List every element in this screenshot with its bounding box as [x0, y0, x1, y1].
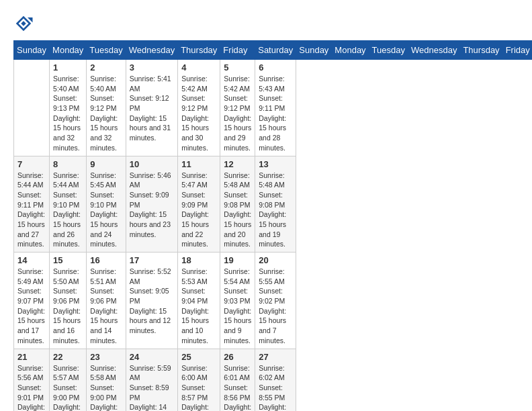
day-info: Sunrise: 5:40 AMSunset: 9:12 PMDaylight:…	[90, 74, 122, 153]
day-info: Sunrise: 5:53 AMSunset: 9:04 PMDaylight:…	[181, 267, 216, 346]
day-info: Sunrise: 6:00 AMSunset: 8:57 PMDaylight:…	[181, 363, 216, 412]
header-wednesday: Wednesday	[126, 41, 177, 60]
day-info: Sunrise: 5:41 AMSunset: 9:12 PMDaylight:…	[130, 74, 174, 143]
day-number: 4	[181, 62, 216, 73]
calendar-cell: 15Sunrise: 5:50 AMSunset: 9:06 PMDayligh…	[50, 253, 87, 349]
day-number: 10	[130, 159, 174, 169]
calendar-cell: 4Sunrise: 5:42 AMSunset: 9:12 PMDaylight…	[178, 60, 220, 156]
day-info: Sunrise: 5:42 AMSunset: 9:12 PMDaylight:…	[224, 74, 251, 153]
week-row-2: 7Sunrise: 5:44 AMSunset: 9:11 PMDaylight…	[14, 156, 533, 253]
day-info: Sunrise: 5:48 AMSunset: 9:08 PMDaylight:…	[224, 171, 251, 250]
day-number: 24	[130, 352, 174, 362]
logo	[13, 13, 36, 34]
day-number: 6	[259, 62, 292, 73]
day-info: Sunrise: 5:44 AMSunset: 9:10 PMDaylight:…	[53, 171, 83, 250]
day-info: Sunrise: 5:46 AMSunset: 9:09 PMDaylight:…	[130, 171, 174, 240]
week-row-4: 21Sunrise: 5:56 AMSunset: 9:01 PMDayligh…	[14, 349, 533, 411]
calendar-cell: 1Sunrise: 5:40 AMSunset: 9:13 PMDaylight…	[50, 60, 87, 156]
day-number: 22	[53, 352, 83, 362]
day-number: 23	[90, 352, 122, 362]
calendar-cell: 3Sunrise: 5:41 AMSunset: 9:12 PMDaylight…	[126, 60, 177, 156]
day-info: Sunrise: 5:45 AMSunset: 9:10 PMDaylight:…	[90, 171, 122, 250]
col-header-thursday: Thursday	[460, 41, 502, 60]
calendar-cell: 13Sunrise: 5:48 AMSunset: 9:08 PMDayligh…	[255, 156, 296, 253]
day-info: Sunrise: 5:50 AMSunset: 9:06 PMDaylight:…	[53, 267, 83, 346]
calendar-cell: 23Sunrise: 5:58 AMSunset: 9:00 PMDayligh…	[87, 349, 126, 411]
calendar-cell	[14, 60, 50, 156]
calendar-cell: 20Sunrise: 5:55 AMSunset: 9:02 PMDayligh…	[255, 253, 296, 349]
calendar-table: SundayMondayTuesdayWednesdayThursdayFrid…	[13, 40, 532, 411]
logo-icon	[13, 13, 34, 34]
day-number: 16	[90, 255, 122, 265]
col-header-wednesday: Wednesday	[408, 41, 460, 60]
calendar-cell: 8Sunrise: 5:44 AMSunset: 9:10 PMDaylight…	[50, 156, 87, 253]
calendar-header-row: SundayMondayTuesdayWednesdayThursdayFrid…	[14, 41, 533, 60]
calendar-cell: 22Sunrise: 5:57 AMSunset: 9:00 PMDayligh…	[50, 349, 87, 411]
day-info: Sunrise: 5:44 AMSunset: 9:11 PMDaylight:…	[17, 171, 46, 250]
day-number: 12	[224, 159, 251, 169]
day-number: 7	[17, 159, 46, 169]
calendar-cell: 25Sunrise: 6:00 AMSunset: 8:57 PMDayligh…	[178, 349, 220, 411]
day-number: 9	[90, 159, 122, 169]
day-number: 19	[224, 255, 251, 265]
col-header-friday: Friday	[502, 41, 532, 60]
calendar-cell: 12Sunrise: 5:48 AMSunset: 9:08 PMDayligh…	[220, 156, 255, 253]
day-info: Sunrise: 5:42 AMSunset: 9:12 PMDaylight:…	[181, 74, 216, 153]
day-info: Sunrise: 5:43 AMSunset: 9:11 PMDaylight:…	[259, 74, 292, 153]
col-header-monday: Monday	[332, 41, 369, 60]
day-info: Sunrise: 5:51 AMSunset: 9:06 PMDaylight:…	[90, 267, 122, 346]
day-number: 20	[259, 255, 292, 265]
calendar-cell: 17Sunrise: 5:52 AMSunset: 9:05 PMDayligh…	[126, 253, 177, 349]
day-info: Sunrise: 6:02 AMSunset: 8:55 PMDaylight:…	[259, 363, 292, 412]
calendar-cell: 26Sunrise: 6:01 AMSunset: 8:56 PMDayligh…	[220, 349, 255, 411]
header-sunday: Sunday	[14, 41, 50, 60]
day-number: 17	[130, 255, 174, 265]
calendar-cell: 24Sunrise: 5:59 AMSunset: 8:59 PMDayligh…	[126, 349, 177, 411]
calendar-cell: 14Sunrise: 5:49 AMSunset: 9:07 PMDayligh…	[14, 253, 50, 349]
col-header-tuesday: Tuesday	[369, 41, 408, 60]
day-number: 2	[90, 62, 122, 73]
calendar-cell: 27Sunrise: 6:02 AMSunset: 8:55 PMDayligh…	[255, 349, 296, 411]
day-info: Sunrise: 5:57 AMSunset: 9:00 PMDaylight:…	[53, 363, 83, 412]
day-number: 8	[53, 159, 83, 169]
day-number: 25	[181, 352, 216, 362]
day-number: 18	[181, 255, 216, 265]
header-thursday: Thursday	[178, 41, 220, 60]
day-info: Sunrise: 5:40 AMSunset: 9:13 PMDaylight:…	[53, 74, 83, 153]
col-header-sunday: Sunday	[296, 41, 332, 60]
day-number: 11	[181, 159, 216, 169]
day-info: Sunrise: 6:01 AMSunset: 8:56 PMDaylight:…	[224, 363, 251, 412]
calendar-cell: 5Sunrise: 5:42 AMSunset: 9:12 PMDaylight…	[220, 60, 255, 156]
calendar-cell: 11Sunrise: 5:47 AMSunset: 9:09 PMDayligh…	[178, 156, 220, 253]
day-info: Sunrise: 5:54 AMSunset: 9:03 PMDaylight:…	[224, 267, 251, 346]
calendar-cell: 10Sunrise: 5:46 AMSunset: 9:09 PMDayligh…	[126, 156, 177, 253]
header-friday: Friday	[220, 41, 255, 60]
week-row-3: 14Sunrise: 5:49 AMSunset: 9:07 PMDayligh…	[14, 253, 533, 349]
week-row-1: 1Sunrise: 5:40 AMSunset: 9:13 PMDaylight…	[14, 60, 533, 156]
page-header	[13, 13, 519, 34]
calendar-cell: 2Sunrise: 5:40 AMSunset: 9:12 PMDaylight…	[87, 60, 126, 156]
day-number: 15	[53, 255, 83, 265]
header-monday: Monday	[50, 41, 87, 60]
day-number: 26	[224, 352, 251, 362]
day-info: Sunrise: 5:59 AMSunset: 8:59 PMDaylight:…	[130, 363, 174, 412]
day-number: 14	[17, 255, 46, 265]
calendar-cell: 18Sunrise: 5:53 AMSunset: 9:04 PMDayligh…	[178, 253, 220, 349]
day-number: 21	[17, 352, 46, 362]
calendar-cell: 21Sunrise: 5:56 AMSunset: 9:01 PMDayligh…	[14, 349, 50, 411]
day-number: 1	[53, 62, 83, 73]
day-number: 27	[259, 352, 292, 362]
header-saturday: Saturday	[255, 41, 296, 60]
calendar-cell: 19Sunrise: 5:54 AMSunset: 9:03 PMDayligh…	[220, 253, 255, 349]
header-tuesday: Tuesday	[87, 41, 126, 60]
day-info: Sunrise: 5:55 AMSunset: 9:02 PMDaylight:…	[259, 267, 292, 346]
day-info: Sunrise: 5:58 AMSunset: 9:00 PMDaylight:…	[90, 363, 122, 412]
day-number: 5	[224, 62, 251, 73]
calendar-cell: 9Sunrise: 5:45 AMSunset: 9:10 PMDaylight…	[87, 156, 126, 253]
day-info: Sunrise: 5:56 AMSunset: 9:01 PMDaylight:…	[17, 363, 46, 412]
calendar-cell: 7Sunrise: 5:44 AMSunset: 9:11 PMDaylight…	[14, 156, 50, 253]
calendar-cell: 16Sunrise: 5:51 AMSunset: 9:06 PMDayligh…	[87, 253, 126, 349]
day-number: 13	[259, 159, 292, 169]
day-number: 3	[130, 62, 174, 73]
day-info: Sunrise: 5:48 AMSunset: 9:08 PMDaylight:…	[259, 171, 292, 250]
